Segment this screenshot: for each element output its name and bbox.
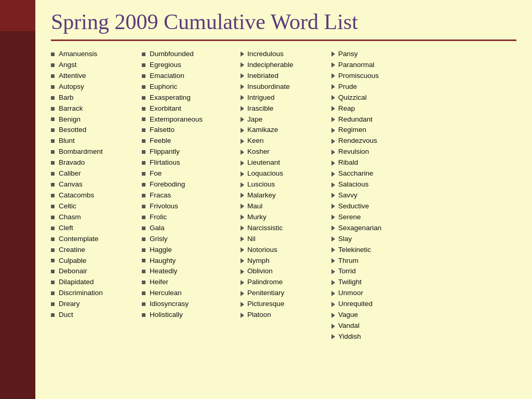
list-item: Jape [241, 114, 331, 125]
list-item: Kamikaze [241, 125, 331, 136]
bullet-icon [241, 269, 244, 274]
bullet-icon [331, 247, 335, 252]
word-label: Falsetto [150, 125, 175, 136]
bullet-icon [331, 334, 335, 339]
word-label: Euphoric [150, 82, 177, 92]
word-label: Barrack [59, 103, 83, 114]
word-column-2: DumbfoundedEgregiousEmaciationEuphoricEx… [142, 49, 241, 394]
word-label: Canvas [59, 179, 83, 190]
bullet-icon [331, 225, 335, 231]
list-item: Barrack [51, 103, 142, 114]
list-item: Regimen [331, 125, 415, 136]
list-item: Dilapidated [51, 277, 142, 288]
bullet-icon [142, 205, 145, 208]
bullet-icon [142, 281, 145, 284]
word-label: Serene [338, 212, 361, 223]
list-item: Serene [331, 212, 415, 223]
list-item: Haggle [142, 245, 241, 256]
list-item: Exorbitant [142, 103, 241, 114]
word-label: Notorious [247, 245, 277, 256]
word-label: Maul [247, 201, 262, 212]
list-item: Penitentiary [241, 288, 331, 299]
word-label: Platoon [247, 310, 271, 321]
list-item: Vague [331, 310, 415, 321]
word-label: Slay [338, 234, 352, 245]
list-item: Loquacious [241, 168, 331, 179]
word-label: Torrid [338, 266, 356, 277]
word-label: Yiddish [338, 331, 361, 342]
word-label: Revulsion [338, 147, 369, 157]
list-item: Malarkey [241, 190, 331, 201]
word-label: Foreboding [150, 179, 185, 190]
list-item: Grisly [142, 234, 241, 245]
word-label: Intrigued [247, 92, 275, 103]
word-label: Ribald [338, 157, 358, 168]
word-label: Angst [59, 60, 77, 71]
bullet-icon [142, 291, 145, 295]
bullet-icon [142, 96, 145, 100]
word-label: Penitentiary [247, 288, 284, 299]
bullet-icon [142, 117, 145, 121]
word-list-container: AmanuensisAngstAttentiveAutopsyBarbBarra… [35, 41, 532, 399]
list-item: Oblivion [241, 266, 331, 277]
word-label: Grisly [150, 234, 168, 245]
bullet-icon [51, 302, 55, 306]
list-item: Fracas [142, 190, 241, 201]
bullet-icon [142, 227, 145, 230]
bullet-icon [241, 247, 244, 252]
word-label: Holistically [150, 310, 183, 321]
list-item: Inebriated [241, 71, 331, 82]
bullet-icon [241, 62, 244, 68]
bullet-icon [51, 150, 55, 154]
list-item: Unrequited [331, 299, 415, 310]
word-label: Reap [338, 103, 355, 114]
list-item: Pansy [331, 49, 415, 60]
title-area: Spring 2009 Cumulative Word List [35, 0, 532, 39]
list-item: Keen [241, 136, 331, 147]
word-label: Extemporaneous [150, 114, 203, 125]
bullet-icon [51, 227, 55, 230]
bullet-icon [142, 107, 145, 111]
bullet-icon [51, 161, 55, 165]
word-label: Insubordinate [247, 82, 290, 92]
word-label: Vandal [338, 321, 360, 331]
bullet-icon [241, 215, 244, 220]
list-item: Barb [51, 92, 142, 103]
bullet-icon [51, 281, 55, 284]
word-label: Foe [150, 168, 162, 179]
word-label: Haggle [150, 245, 172, 256]
bullet-icon [331, 193, 335, 198]
word-label: Twilight [338, 277, 362, 288]
bullet-icon [142, 74, 145, 78]
word-label: Exorbitant [150, 103, 181, 114]
bullet-icon [142, 85, 145, 89]
word-label: Keen [247, 136, 264, 147]
bullet-icon [331, 51, 335, 57]
bullet-icon [331, 258, 335, 263]
bullet-icon [142, 150, 145, 154]
bullet-icon [51, 248, 55, 252]
bullet-icon [241, 117, 244, 122]
word-label: Irascible [247, 103, 273, 114]
list-item: Chasm [51, 212, 142, 223]
bullet-icon [51, 259, 55, 262]
list-item: Gala [142, 223, 241, 234]
list-item: Nymph [241, 256, 331, 267]
bullet-icon [51, 107, 55, 111]
bullet-icon [51, 139, 55, 143]
list-item: Savvy [331, 190, 415, 201]
word-label: Feeble [150, 136, 171, 147]
list-item: Idiosyncrasy [142, 299, 241, 310]
word-label: Kamikaze [247, 125, 278, 136]
list-item: Frolic [142, 212, 241, 223]
word-label: Dumbfounded [150, 49, 194, 60]
list-item: Culpable [51, 256, 142, 267]
bullet-icon [241, 258, 244, 263]
list-item: Twilight [331, 277, 415, 288]
word-label: Jape [247, 114, 262, 125]
list-item: Blunt [51, 136, 142, 147]
list-item: Holistically [142, 310, 241, 321]
bullet-icon [51, 216, 55, 219]
list-item: Besotted [51, 125, 142, 136]
sidebar-accent [0, 0, 35, 31]
